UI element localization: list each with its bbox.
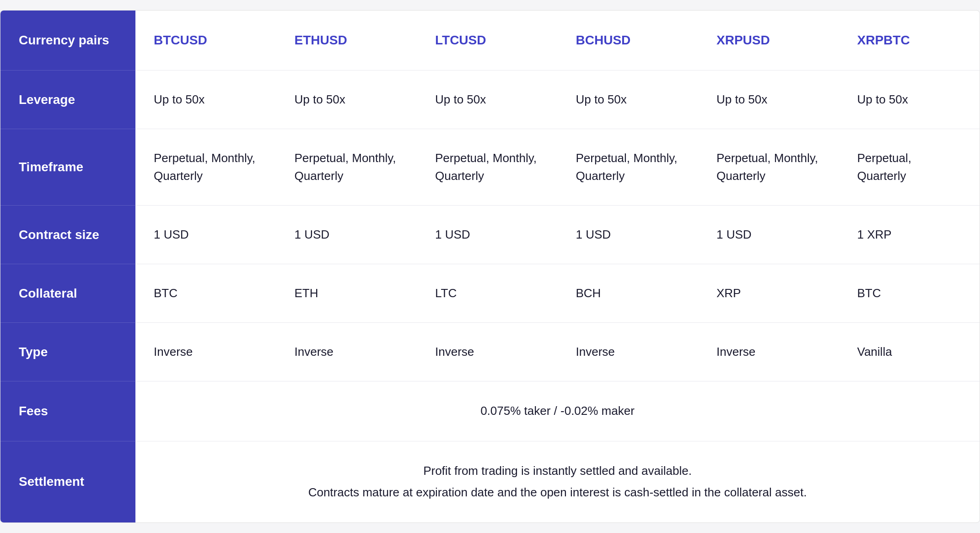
col-value-currency-2: LTCUSD (417, 31, 558, 50)
col-value-contractsize-1: 1 USD (276, 226, 417, 244)
col-value-collateral-1: ETH (276, 284, 417, 302)
col-value-currency-4: XRPUSD (698, 31, 839, 50)
merged-value: Contracts mature at expiration date and … (308, 483, 807, 502)
col-value-type-0: Inverse (135, 343, 276, 361)
col-value-timeframe-3: Perpetual, Monthly, Quarterly (558, 149, 699, 185)
data-collateral: BTCETHLTCBCHXRPBTC (135, 264, 980, 323)
col-value-type-3: Inverse (558, 343, 699, 361)
col-value-type-5: Vanilla (839, 343, 980, 361)
col-value-contractsize-2: 1 USD (417, 226, 558, 244)
col-value-type-2: Inverse (417, 343, 558, 361)
col-value-currency-3: BCHUSD (558, 31, 699, 50)
data-contractsize: 1 USD1 USD1 USD1 USD1 USD1 XRP (135, 206, 980, 264)
data-leverage: Up to 50xUp to 50xUp to 50xUp to 50xUp t… (135, 71, 980, 129)
col-value-timeframe-0: Perpetual, Monthly, Quarterly (135, 149, 276, 185)
label-fees: Fees (0, 381, 135, 441)
label-settlement: Settlement (0, 441, 135, 522)
data-settlement: Profit from trading is instantly settled… (135, 441, 980, 522)
col-value-currency-1: ETHUSD (276, 31, 417, 50)
label-contractsize: Contract size (0, 206, 135, 264)
data-fees: 0.075% taker / -0.02% maker (135, 381, 980, 441)
col-value-collateral-5: BTC (839, 284, 980, 302)
label-leverage: Leverage (0, 71, 135, 129)
merged-value: Profit from trading is instantly settled… (423, 462, 692, 481)
col-value-leverage-1: Up to 50x (276, 91, 417, 109)
col-value-collateral-0: BTC (135, 284, 276, 302)
col-value-contractsize-0: 1 USD (135, 226, 276, 244)
label-type: Type (0, 323, 135, 381)
data-timeframe: Perpetual, Monthly, QuarterlyPerpetual, … (135, 129, 980, 206)
label-timeframe: Timeframe (0, 129, 135, 206)
col-value-contractsize-4: 1 USD (698, 226, 839, 244)
data-type: InverseInverseInverseInverseInverseVanil… (135, 323, 980, 381)
col-value-leverage-4: Up to 50x (698, 91, 839, 109)
col-value-type-4: Inverse (698, 343, 839, 361)
col-value-leverage-0: Up to 50x (135, 91, 276, 109)
col-value-leverage-5: Up to 50x (839, 91, 980, 109)
col-value-currency-5: XRPBTC (839, 31, 980, 50)
col-value-currency-0: BTCUSD (135, 31, 276, 50)
col-value-contractsize-3: 1 USD (558, 226, 699, 244)
merged-value: 0.075% taker / -0.02% maker (480, 402, 635, 421)
col-value-timeframe-5: Perpetual, Quarterly (839, 149, 980, 185)
col-value-collateral-3: BCH (558, 284, 699, 302)
comparison-table: Currency pairsBTCUSDETHUSDLTCUSDBCHUSDXR… (0, 10, 980, 523)
col-value-type-1: Inverse (276, 343, 417, 361)
label-currency: Currency pairs (0, 11, 135, 71)
col-value-leverage-2: Up to 50x (417, 91, 558, 109)
col-value-collateral-2: LTC (417, 284, 558, 302)
col-value-contractsize-5: 1 XRP (839, 226, 980, 244)
col-value-timeframe-4: Perpetual, Monthly, Quarterly (698, 149, 839, 185)
col-value-timeframe-2: Perpetual, Monthly, Quarterly (417, 149, 558, 185)
label-collateral: Collateral (0, 264, 135, 323)
data-currency: BTCUSDETHUSDLTCUSDBCHUSDXRPUSDXRPBTC (135, 11, 980, 71)
table-grid: Currency pairsBTCUSDETHUSDLTCUSDBCHUSDXR… (0, 11, 980, 522)
col-value-collateral-4: XRP (698, 284, 839, 302)
col-value-timeframe-1: Perpetual, Monthly, Quarterly (276, 149, 417, 185)
col-value-leverage-3: Up to 50x (558, 91, 699, 109)
